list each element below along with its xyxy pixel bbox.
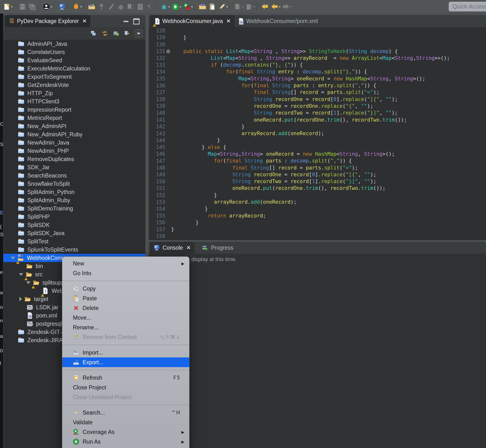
menu-item-export[interactable]: Export... <box>62 357 189 367</box>
menu-item-coverage-as[interactable]: Coverage As▶ <box>62 427 189 437</box>
code-line-154[interactable]: 154 } <box>149 206 486 212</box>
menu-item-new[interactable]: New▶ <box>62 259 189 268</box>
pydev-console-button[interactable] <box>57 1 67 12</box>
code-line-133[interactable]: 133 if (decomp.contains("}, {")) { <box>149 62 486 68</box>
code-line-142[interactable]: 142 } <box>149 123 486 130</box>
tree-item-splitadmin-ruby[interactable]: SplitAdmin_Ruby <box>3 196 145 204</box>
code-line-143[interactable]: 143 arrayRecord.add(oneRecord); <box>149 130 486 137</box>
tree-item-splitadmin-python[interactable]: SplitAdmin_Python <box>3 188 145 196</box>
code-line-150[interactable]: 150 String recordTwo = record[1].replace… <box>149 178 486 185</box>
code-line-140[interactable]: 140 String recordTwo = record[1].replace… <box>149 110 486 116</box>
code-line-156[interactable]: 156 } <box>149 219 486 226</box>
tree-item-impressionreport[interactable]: ImpressionReport <box>3 106 145 114</box>
open-task-button[interactable] <box>87 1 97 12</box>
quick-access-box[interactable]: Quick Access <box>449 2 486 11</box>
chevron-right-icon[interactable] <box>19 297 22 301</box>
external-tools-button[interactable]: ▾ <box>182 1 193 12</box>
tree-item-newadmin-php[interactable]: NewAdmin_PHP <box>3 147 145 155</box>
tree-item-splitdemotraining[interactable]: SplitDemoTraining <box>3 204 145 213</box>
console-tab-progress[interactable]: Progress <box>198 242 237 254</box>
code-line-152[interactable]: 152 } <box>149 192 486 199</box>
code-line-144[interactable]: 144 } <box>149 137 486 144</box>
tree-item-snowflaketosplit[interactable]: SnowflakeToSplit <box>3 180 145 188</box>
menu-item-run-as[interactable]: Run As▶ <box>62 437 189 447</box>
code-line-129[interactable]: 129 } <box>149 34 486 41</box>
dropdown-arrow-icon[interactable]: ▾ <box>180 5 181 8</box>
code-line-148[interactable]: 148 final String[] record = parts.split(… <box>149 164 486 171</box>
menu-item-import[interactable]: Import... <box>62 348 189 357</box>
code-line-151[interactable]: 151 oneRecord.put(recordOne.trim(), reco… <box>149 185 486 192</box>
code-line-131[interactable]: 131 public static List<Map<String , Stri… <box>149 48 486 55</box>
code-line-137[interactable]: 137 final String[] record = parts.split(… <box>149 89 486 96</box>
tree-item-sdk-jar[interactable]: SDK_Jar <box>3 163 145 171</box>
tree-item-splitsdk-java[interactable]: SplitSDK_Java <box>3 229 145 237</box>
tree-item-removeduplicates[interactable]: RemoveDuplicates <box>3 155 145 163</box>
menu-item-move[interactable]: Move... <box>62 313 189 323</box>
code-line-139[interactable]: 139 recordOne = recordOne.replace("{", "… <box>149 103 486 110</box>
tree-item-executemetriccalculation[interactable]: ExecuteMetricCalculation <box>3 64 145 73</box>
code-line-132[interactable]: 132 List<Map<String , String>> arrayReco… <box>149 55 486 62</box>
dropdown-arrow-icon[interactable]: ▾ <box>51 5 52 8</box>
code-line-138[interactable]: 138 String recordOne = record[0].replace… <box>149 96 486 103</box>
user-profile-button[interactable]: ▾ <box>41 1 53 12</box>
open-perspective-button[interactable] <box>198 1 207 12</box>
tree-item-splitsdk[interactable]: SplitSDK <box>3 221 145 229</box>
last-edit-button[interactable] <box>260 1 270 12</box>
menu-item-paste[interactable]: Paste <box>62 294 189 303</box>
console-tab-console[interactable]: Console✕ <box>150 242 194 254</box>
tree-item-searchbeacons[interactable]: SearchBeacons <box>3 171 145 180</box>
close-icon[interactable]: ✕ <box>186 245 191 251</box>
code-line-146[interactable]: 146 Map<String,String> oneRecord = new H… <box>149 151 486 157</box>
code-line-134[interactable]: 134 for(final String entry : decomp.spli… <box>149 69 486 75</box>
paste-folder-button[interactable] <box>207 1 217 12</box>
dropdown-arrow-icon[interactable]: ▾ <box>242 5 243 8</box>
tree-item-newadmin-java[interactable]: NewAdmin_Java <box>3 138 145 147</box>
chevron-down-icon[interactable] <box>11 257 15 259</box>
close-icon[interactable]: ✕ <box>82 18 87 24</box>
tree-item-splitphp[interactable]: SplitPHP <box>3 213 145 221</box>
view-menu-button[interactable] <box>134 29 143 38</box>
tree-item-correlateusers[interactable]: CorrelateUsers <box>3 48 145 56</box>
chevron-down-icon[interactable] <box>19 273 23 276</box>
debug-button[interactable]: ▾ <box>159 1 170 12</box>
tree-item-http-zip[interactable]: HTTP_Zip <box>3 89 145 97</box>
dropdown-arrow-icon[interactable]: ▾ <box>81 5 82 8</box>
code-line-149[interactable]: 149 String recordOne = record[0].replace… <box>149 171 486 178</box>
code-line-153[interactable]: 153 arrayRecord.add(oneRecord); <box>149 199 486 205</box>
menu-item-search[interactable]: Search...^H <box>62 408 189 417</box>
dropdown-arrow-icon[interactable]: ▾ <box>168 5 170 8</box>
menu-item-close-project[interactable]: Close Project <box>62 383 189 392</box>
collapse-all-button[interactable] <box>90 29 98 38</box>
menu-item-copy[interactable]: Copy <box>62 284 189 294</box>
dropdown-arrow-icon[interactable]: ▾ <box>226 5 228 8</box>
menu-item-refresh[interactable]: RefreshF5 <box>62 373 189 383</box>
code-line-158[interactable]: 158 <box>149 233 486 240</box>
new-wizard-button[interactable]: ▾ <box>2 1 13 12</box>
menu-item-go-into[interactable]: Go Into <box>62 268 189 278</box>
code-line-128[interactable]: 128 <box>149 27 486 34</box>
tree-item-new-adminapi[interactable]: New_AdminAPI <box>3 122 145 130</box>
minimize-view-icon[interactable] <box>123 21 128 22</box>
testng-button[interactable]: ▾ <box>71 1 83 12</box>
tree-item-exporttosegment[interactable]: ExportToSegment <box>3 73 145 81</box>
code-line-130[interactable]: 130 <box>149 41 486 48</box>
tree-item-evaluateseed[interactable]: EvaluateSeed <box>3 56 145 64</box>
dropdown-arrow-icon[interactable]: ▾ <box>290 5 292 8</box>
marker-button[interactable]: ▾ <box>217 1 228 12</box>
code-line-145[interactable]: 145 } else { <box>149 144 486 151</box>
tree-item-getzendeskvote[interactable]: GetZendeskVote <box>3 81 145 89</box>
tab-pydev-package-explorer[interactable]: PyDev Package Explorer ✕ <box>5 15 90 27</box>
maximize-view-icon[interactable] <box>133 18 139 24</box>
editor-tab-webhookconsumer-pom-xml[interactable]: M WebhookConsumer/pom.xml <box>234 15 322 27</box>
editor-tab-webhookconsumer-java[interactable]: J WebhookConsumer.java✕ <box>150 15 235 27</box>
code-line-141[interactable]: 141 oneRecord.put(recordOne.trim(), reco… <box>149 116 486 123</box>
tree-item-splunktosplitevents[interactable]: SplunkToSplitEvents <box>3 246 145 254</box>
menu-item-validate[interactable]: Validate <box>62 417 189 427</box>
tree-item-new-adminapi-ruby[interactable]: New_AdminAPI_Ruby <box>3 130 145 138</box>
chevron-down-icon[interactable] <box>26 281 31 284</box>
dropdown-arrow-icon[interactable]: ▾ <box>11 5 13 8</box>
dropdown-arrow-icon[interactable]: ▾ <box>191 5 193 8</box>
code-editor[interactable]: 128129 }130131 public static List<Map<St… <box>149 27 486 240</box>
dropdown-arrow-icon[interactable]: ▾ <box>253 5 255 8</box>
close-icon[interactable]: ✕ <box>226 18 231 24</box>
